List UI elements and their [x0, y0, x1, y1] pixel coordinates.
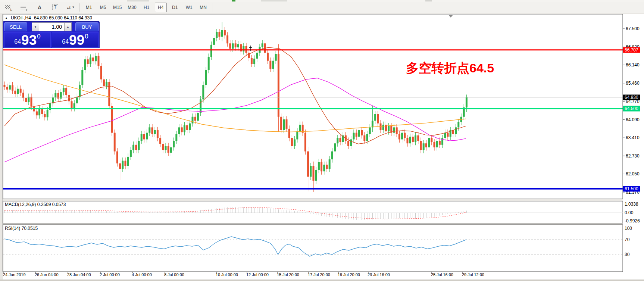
time-tick-label: 29 Jul 12:00	[462, 272, 484, 277]
timeframe-button-H1[interactable]: H1	[141, 3, 153, 12]
text-label-icon: A	[38, 4, 41, 10]
buy-price-frac: 0	[85, 33, 88, 40]
time-tick-label: 23 Jul 16:00	[368, 272, 390, 277]
macd-axis-label: 1.0338	[625, 202, 638, 207]
timeframe-button-MN[interactable]: MN	[197, 3, 209, 12]
price-tick-label: 65.460	[626, 81, 640, 86]
rsi-axis-label: 70	[625, 237, 629, 242]
price-badge-61.500: 61.500	[623, 186, 640, 191]
collapse-panel-icon[interactable]: ▲	[5, 16, 8, 20]
chart-annotation-text: 多空转折点64.5	[406, 60, 494, 77]
fibonacci-tool-button[interactable]: F	[18, 3, 30, 12]
arrows-tool-button[interactable]: ⇄▼	[65, 3, 77, 12]
macd-panel[interactable]	[3, 201, 623, 223]
timeframe-button-H4[interactable]: H4	[155, 3, 167, 12]
time-axis-labels: 24 Jun 201926 Jun 04:0028 Jun 04:002 Jul…	[0, 272, 644, 280]
hatch-glyph	[5, 5, 10, 9]
rsi-axis-label: 100	[625, 226, 632, 231]
rsi-axis-label: 30	[625, 252, 629, 257]
time-tick-label: 26 Jun 04:00	[35, 272, 59, 277]
macd-label: MACD(12,26,9) 0.2509 0.0573	[5, 202, 66, 207]
price-axis[interactable]	[623, 14, 644, 272]
sub-letter: E	[10, 8, 12, 12]
price-tick-label: 63.410	[626, 135, 640, 140]
sell-price-tile[interactable]: 64 93 0	[4, 32, 51, 48]
volume-input[interactable]: 1.00	[39, 22, 64, 31]
sell-price-pips: 93	[21, 34, 37, 47]
macd-axis-label: -0.9926	[625, 218, 640, 224]
chevron-down-icon: ▼	[72, 6, 75, 9]
crosshair-tool-button[interactable]: E	[2, 3, 14, 12]
rsi-panel[interactable]	[3, 225, 623, 272]
ohlc-readout: 64.830 65.030 64.110 64.930	[34, 15, 92, 21]
buy-price-tile[interactable]: 64 99 0	[52, 32, 99, 48]
time-tick-label: 25 Jul 16:00	[431, 272, 453, 277]
toolbar-separator	[79, 3, 79, 12]
sell-price-frac: 0	[37, 33, 40, 40]
time-tick-label: 28 Jun 04:00	[67, 272, 91, 277]
price-badge-66.707: 66.707	[623, 47, 640, 53]
one-click-trade-panel: SELL ▼ 1.00 ▲ BUY 64 93 0 64 99 0	[3, 21, 100, 48]
sub-letter: F	[26, 8, 28, 12]
sell-price-int: 64	[14, 38, 21, 45]
toolbar-separator	[213, 3, 213, 12]
sell-button[interactable]: SELL	[4, 22, 27, 31]
toolbar-sliver	[261, 0, 287, 1]
dots-glyph	[21, 5, 26, 9]
text-label-tool-button[interactable]: A	[34, 3, 46, 12]
price-badge-64.930: 64.930	[623, 94, 640, 100]
timeframe-button-M5[interactable]: M5	[97, 3, 109, 12]
time-tick-label: 17 Jul 20:00	[308, 272, 330, 277]
time-tick-label: 15 Jul 20:00	[277, 272, 299, 277]
toolbar-sliver	[127, 0, 149, 1]
macd-axis-label: 0.00	[625, 210, 633, 215]
price-tick-label: 62.050	[626, 171, 640, 177]
toolbar-sliver	[425, 0, 432, 1]
time-tick-label: 8 Jul 00:00	[164, 272, 184, 277]
text-box-tool-button[interactable]: T	[49, 3, 61, 12]
toolbar-sliver-green	[232, 0, 235, 1]
crosshair-tool-icon: E	[5, 4, 12, 10]
symbol-period-label: UKOil-,H4	[11, 15, 31, 21]
timeframe-button-M30[interactable]: M30	[126, 3, 138, 12]
time-tick-label: 24 Jun 2019	[3, 272, 26, 277]
toolbar: EFAT⇄▼M1M5M15M30H1H4D1W1MN	[0, 2, 644, 13]
price-tick-label: 66.140	[626, 62, 640, 68]
time-tick-label: 4 Jul 00:00	[132, 272, 152, 277]
buy-button[interactable]: BUY	[75, 22, 99, 31]
arrows-icon: ⇄	[67, 5, 71, 10]
volume-increase-button[interactable]: ▲	[64, 22, 72, 31]
rsi-label: RSI(14) 70.0515	[5, 226, 38, 231]
buy-price-pips: 99	[69, 34, 84, 47]
time-tick-label: 12 Jul 00:00	[246, 272, 269, 277]
bottom-edge	[0, 280, 644, 281]
time-tick-label: 19 Jul 20:00	[338, 272, 360, 277]
mt4-window: { "toolbar": { "draw_tools": [ {"name": …	[0, 0, 644, 281]
time-tick-label: 10 Jul 00:00	[216, 272, 238, 277]
chart-header: ▲ UKOil-,H4 64.830 65.030 64.110 64.930	[5, 15, 92, 21]
price-tick-label: 64.090	[626, 117, 640, 122]
fibonacci-tool-icon: F	[21, 4, 27, 10]
buy-price-int: 64	[62, 38, 69, 45]
timeframe-button-M15[interactable]: M15	[111, 3, 124, 12]
timeframe-button-D1[interactable]: D1	[169, 3, 181, 12]
timeframe-button-W1[interactable]: W1	[183, 3, 195, 12]
volume-decrease-button[interactable]: ▼	[32, 22, 39, 31]
price-badge-64.500: 64.500	[623, 106, 640, 112]
time-tick-label: 2 Jul 00:00	[100, 272, 120, 277]
price-tick-label: 62.730	[626, 153, 640, 159]
text-box-icon: T	[52, 4, 58, 10]
timeframe-button-M1[interactable]: M1	[83, 3, 95, 12]
price-tick-label: 67.500	[626, 26, 640, 31]
